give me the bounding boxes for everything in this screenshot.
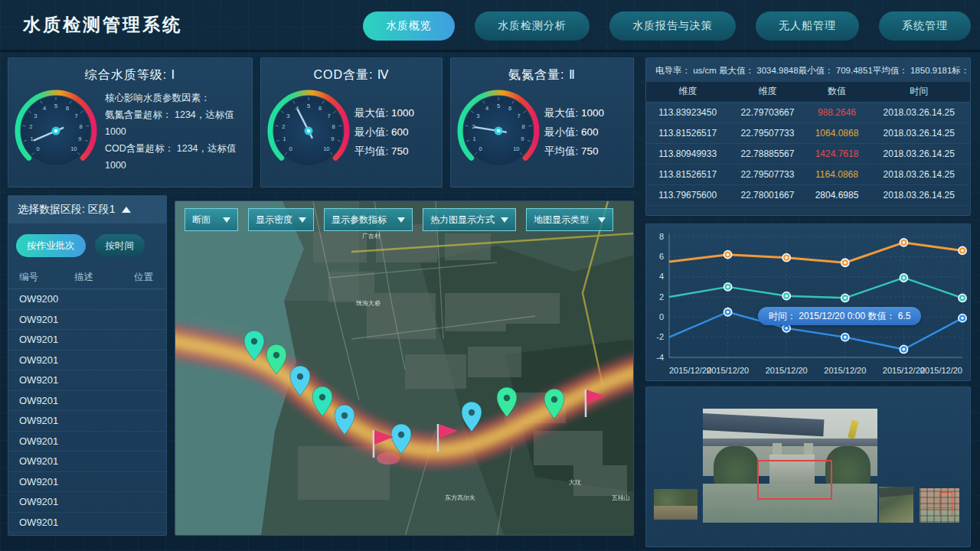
ammonia-panel: 氨氮含量: Ⅱ 012345678910 最大值: 1000 最小值: 600 … <box>450 57 634 187</box>
svg-text:8: 8 <box>659 232 664 241</box>
segment-row[interactable]: OW9201 <box>8 391 166 412</box>
map-dropdown-3[interactable]: 热力图显示方式 <box>423 208 516 231</box>
segment-row[interactable]: OW9201 <box>8 432 166 452</box>
line-chart[interactable]: -4-2024682015/12/202015/12/202015/12/202… <box>646 224 970 380</box>
svg-text:1: 1 <box>283 135 286 142</box>
svg-text:4: 4 <box>659 272 664 281</box>
map-label: 广吉村 <box>362 233 381 240</box>
svg-text:0: 0 <box>289 145 292 152</box>
thumb-annotation-line <box>923 507 956 508</box>
nav-tab-1[interactable]: 水质检测分析 <box>475 11 590 41</box>
nav-tab-2[interactable]: 水质报告与决策 <box>609 11 736 41</box>
photo-thumbnail[interactable] <box>920 488 959 523</box>
svg-text:8: 8 <box>522 123 525 130</box>
satellite-map[interactable]: 广吉村珠海大桥东方高尔夫大坑五桂山 断面显示密度显示参数指标热力图显示方式地图显… <box>175 201 634 536</box>
main-site-photo <box>703 409 877 523</box>
cell-time: 2018.03.26.14.25 <box>868 184 970 205</box>
cell-value: 1064.0868 <box>805 122 867 143</box>
chevron-down-icon <box>598 217 606 223</box>
svg-text:6: 6 <box>508 105 511 112</box>
chart-tooltip: 时间： 2015/12/20 0:00 数值： 6.5 <box>758 307 921 325</box>
map-dropdown-2[interactable]: 显示参数指标 <box>324 208 413 231</box>
segment-row[interactable]: OW9200 <box>8 289 166 310</box>
stat-avg: 平均值: 750 <box>354 142 414 161</box>
annotation-box <box>757 460 832 500</box>
dropdown-label: 断面 <box>192 214 211 227</box>
col-latitude: 维度 <box>729 82 805 102</box>
stat-max: 最大值: 1000 <box>354 103 414 122</box>
nav-tab-3[interactable]: 无人船管理 <box>756 11 859 41</box>
segment-row[interactable]: OW9201 <box>8 492 166 513</box>
svg-text:2: 2 <box>29 123 32 130</box>
svg-text:7: 7 <box>75 112 78 119</box>
cell-lat: 22.78001667 <box>729 184 805 205</box>
cell-value: 2804.6985 <box>805 184 867 205</box>
col-value: 数值 <box>805 82 867 102</box>
filter-by-batch-button[interactable]: 按作业批次 <box>16 234 86 257</box>
cell-lat: 22.79703667 <box>729 102 805 122</box>
segment-row[interactable]: OW9201 <box>8 310 166 331</box>
svg-text:8: 8 <box>332 123 335 130</box>
svg-text:0: 0 <box>479 145 482 152</box>
data-segment-sidebar: 选择数据区段: 区段1 按作业批次 按时间 编号 描述 位置 OW9200OW9… <box>8 195 167 536</box>
svg-text:-2: -2 <box>656 332 664 341</box>
segment-row[interactable]: OW9201 <box>8 411 166 432</box>
map-toolbar: 断面显示密度显示参数指标热力图显示方式地图显示类型 <box>185 208 613 231</box>
conductivity-summary: 电导率： us/cm 最大值： 3034.9848最小值： 709.4851平均… <box>646 58 970 82</box>
svg-text:4: 4 <box>485 105 488 112</box>
stat-avg: 平均值: 750 <box>544 142 604 161</box>
segment-row[interactable]: OW9201 <box>8 350 166 371</box>
conductivity-panel: 电导率： us/cm 最大值： 3034.9848最小值： 709.4851平均… <box>645 57 971 216</box>
filter-row: 按作业批次 按时间 <box>8 223 166 265</box>
segment-row[interactable]: OW9201 <box>8 330 166 350</box>
cell-lng: 113.83923450 <box>646 102 729 122</box>
segment-select[interactable]: 选择数据区段: 区段1 <box>8 196 166 223</box>
photo-thumbnail[interactable] <box>654 489 697 520</box>
svg-text:8: 8 <box>80 123 83 130</box>
svg-text:6: 6 <box>66 105 69 112</box>
segment-row[interactable]: OW9201 <box>8 370 166 391</box>
ammonia-exceed-line: 氨氮含量超标： 1234，达标值1000 <box>105 106 247 140</box>
map-dropdown-1[interactable]: 显示密度 <box>248 208 314 231</box>
table-row: 113.7967560022.780016672804.69852018.03.… <box>646 184 970 205</box>
filter-by-time-button[interactable]: 按时间 <box>95 234 145 257</box>
cell-time: 2018.03.26.14.25 <box>868 143 970 164</box>
svg-text:4: 4 <box>43 105 46 112</box>
col-id: 编号 <box>19 271 74 284</box>
svg-text:7: 7 <box>328 112 331 119</box>
svg-text:5: 5 <box>54 103 57 109</box>
app-title: 水质检测管理系统 <box>23 13 182 37</box>
table-row: 113.8152651722.795077331064.08682018.03.… <box>646 122 970 143</box>
nav-tab-0[interactable]: 水质概览 <box>363 11 455 41</box>
cod-exceed-line: COD含量超标： 1234，达标值1000 <box>105 140 247 174</box>
segment-row[interactable]: OW9201 <box>8 472 166 493</box>
gauge-icon: 012345678910 <box>456 85 541 178</box>
svg-text:10: 10 <box>323 145 329 152</box>
segment-row[interactable]: OW9201 <box>8 513 166 533</box>
site-photos-panel <box>645 386 971 547</box>
table-row: 113.8152651722.795077331164.08682018.03.… <box>646 164 970 184</box>
overall-quality-panel: 综合水质等级: Ⅰ 012345678910 核心影响水质参数因素： 氨氮含量超… <box>8 57 253 187</box>
cell-time: 2018.03.26.14.25 <box>868 102 970 122</box>
svg-text:2015/12/20: 2015/12/20 <box>883 366 925 375</box>
chevron-down-icon <box>397 217 405 223</box>
dropdown-label: 显示参数指标 <box>332 214 387 227</box>
gauge-icon: 012345678910 <box>13 85 103 178</box>
map-dropdown-4[interactable]: 地图显示类型 <box>526 208 613 231</box>
segment-row[interactable]: OW9201 <box>8 452 166 472</box>
map-dropdown-0[interactable]: 断面 <box>185 208 238 231</box>
table-header-row: 维度 维度 数值 时间 <box>646 82 970 102</box>
svg-text:7: 7 <box>518 112 521 119</box>
panel-title: 氨氮含量: Ⅱ <box>451 58 633 83</box>
gauge-icon: 012345678910 <box>266 85 351 178</box>
map-label: 大坑 <box>569 479 581 486</box>
chevron-down-icon <box>223 217 230 223</box>
thumb-annotation <box>939 492 952 517</box>
stat-min: 最小值: 600 <box>354 122 414 142</box>
cell-time: 2018.03.26.14.25 <box>868 164 970 184</box>
cell-lat: 22.78885567 <box>729 143 805 164</box>
gauge-stats: 最大值: 1000 最小值: 600 平均值: 750 <box>351 103 414 161</box>
nav-tab-4[interactable]: 系统管理 <box>879 11 971 41</box>
photo-thumbnail[interactable] <box>879 487 913 523</box>
factor-heading: 核心影响水质参数因素： <box>105 90 247 106</box>
